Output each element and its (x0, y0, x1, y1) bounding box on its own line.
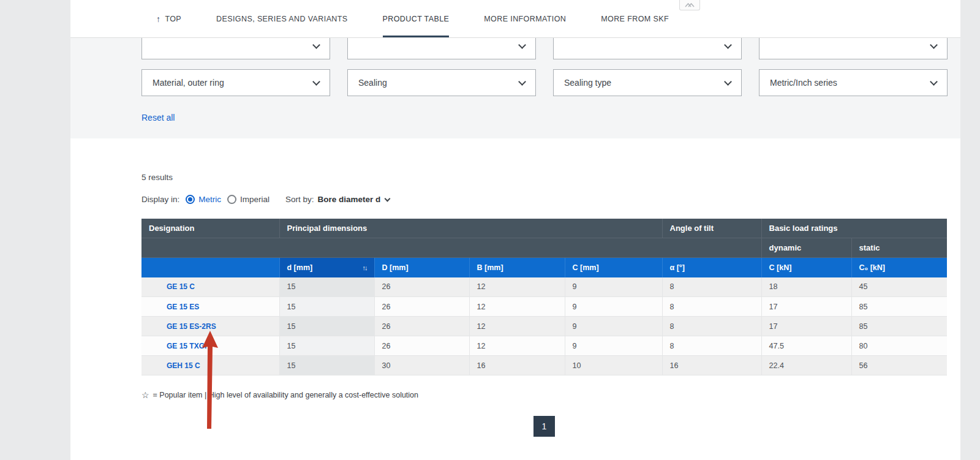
section-results: 5 results Display in: Metric Imperial So… (70, 138, 960, 460)
cell: 9 (565, 317, 662, 336)
cell: 12 (469, 297, 565, 317)
section-nav: ↑ TOP DESIGNS, SERIES AND VARIANTS PRODU… (70, 0, 960, 38)
cell: 8 (662, 277, 761, 297)
column-label: d [mm] (287, 263, 313, 272)
table-group-header-row: Designation Principal dimensions Angle o… (141, 219, 947, 238)
cell: 15 (279, 297, 374, 317)
filter-dropdown-clipped-1[interactable] (141, 38, 330, 59)
pagination-page-1[interactable]: 1 (533, 416, 555, 437)
footnote-text: = Popular item | High level of availabil… (153, 391, 418, 399)
cell: 9 (565, 277, 662, 297)
tab-more-from-skf[interactable]: MORE FROM SKF (601, 0, 669, 37)
chevron-down-icon (724, 78, 732, 86)
subheader-empty (141, 238, 761, 258)
cell: 12 (469, 336, 565, 356)
table-row: GE 15 ES-2RS 15 26 12 9 8 17 85 (141, 317, 947, 336)
cell: 15 (279, 317, 374, 336)
tab-top-label: TOP (165, 15, 181, 23)
filter-dropdown-clipped-2[interactable] (347, 38, 536, 59)
designation-link[interactable]: GE 15 C (167, 282, 195, 291)
filter-dropdown-sealing[interactable]: Sealing (347, 69, 536, 96)
cell: 45 (851, 277, 947, 297)
tab-designs-series-variants[interactable]: DESIGNS, SERIES AND VARIANTS (216, 0, 348, 37)
table-row: GE 15 ES 15 26 12 9 8 17 85 (141, 297, 947, 317)
chevron-down-icon (518, 41, 526, 49)
chevron-down-icon (930, 78, 938, 86)
chevron-down-icon (930, 41, 938, 49)
reset-all-link[interactable]: Reset all (141, 113, 175, 123)
cell: 10 (565, 356, 662, 375)
chevron-down-icon (312, 78, 320, 86)
radio-metric-label[interactable]: Metric (198, 195, 221, 204)
column-header-alpha[interactable]: α [°] (662, 258, 761, 277)
sort-by-value[interactable]: Bore diameter d (318, 195, 381, 204)
column-header-B[interactable]: B [mm] (469, 258, 565, 277)
cell: 15 (279, 356, 374, 375)
cell: 18 (761, 277, 851, 297)
cell: 26 (374, 297, 469, 317)
cell: 8 (662, 317, 761, 336)
cell-designation: GE 15 C (141, 277, 279, 297)
double-chevron-icon (684, 2, 695, 8)
tab-top[interactable]: ↑ TOP (156, 0, 181, 37)
cell: 26 (374, 336, 469, 356)
header-designation: Designation (141, 219, 279, 238)
tab-label: DESIGNS, SERIES AND VARIANTS (216, 15, 348, 23)
cell: 15 (279, 336, 374, 356)
chevron-down-icon[interactable] (385, 196, 391, 202)
header-basic-load-ratings: Basic load ratings (761, 219, 947, 238)
table-subheader-row: dynamic static (141, 238, 947, 258)
column-header-C0-kN[interactable]: C₀ [kN] (851, 258, 947, 277)
filter-label: Sealing type (564, 78, 611, 88)
designation-link[interactable]: GE 15 TXGR (167, 342, 210, 350)
display-options-row: Display in: Metric Imperial Sort by: Bor… (141, 195, 960, 204)
filter-label: Material, outer ring (153, 78, 224, 88)
cell-designation: GEH 15 C (141, 356, 279, 375)
designation-link[interactable]: GEH 15 C (167, 361, 200, 370)
star-icon: ☆ (141, 390, 149, 400)
cell: 16 (662, 356, 761, 375)
cell: 56 (851, 356, 947, 375)
cell: 17 (761, 297, 851, 317)
designation-link[interactable]: GE 15 ES (167, 303, 199, 311)
table-column-header-row: d [mm] ↑↓ D [mm] B [mm] C [mm] α [°] C [… (141, 258, 947, 277)
radio-imperial[interactable] (227, 195, 236, 204)
filter-dropdown-metric-inch-series[interactable]: Metric/Inch series (759, 69, 948, 96)
filter-row-clipped (141, 38, 960, 59)
filter-dropdown-clipped-3[interactable] (553, 38, 742, 59)
subheader-dynamic: dynamic (761, 238, 851, 258)
cell: 26 (374, 277, 469, 297)
designation-link[interactable]: GE 15 ES-2RS (167, 322, 216, 331)
column-header-empty (141, 258, 279, 277)
cell: 15 (279, 277, 374, 297)
filter-label: Sealing (358, 78, 387, 88)
column-header-C-kN[interactable]: C [kN] (761, 258, 851, 277)
header-principal-dimensions: Principal dimensions (279, 219, 662, 238)
tab-product-table[interactable]: PRODUCT TABLE (383, 0, 450, 37)
section-filters: Material, outer ring Sealing Sealing typ… (70, 38, 960, 138)
cell: 8 (662, 336, 761, 356)
display-in-label: Display in: (141, 195, 179, 204)
filter-dropdown-material-outer-ring[interactable]: Material, outer ring (141, 69, 330, 96)
sort-by-label: Sort by: (285, 195, 314, 204)
radio-metric[interactable] (186, 195, 195, 204)
sort-arrows-icon[interactable]: ↑↓ (363, 264, 367, 271)
column-header-D[interactable]: D [mm] (374, 258, 469, 277)
chevron-down-icon (518, 78, 526, 86)
collapse-nav-button[interactable] (679, 0, 700, 10)
cell: 12 (469, 317, 565, 336)
cell: 85 (851, 317, 947, 336)
cell: 26 (374, 317, 469, 336)
cell: 22.4 (761, 356, 851, 375)
arrow-up-icon: ↑ (156, 14, 160, 24)
column-header-C[interactable]: C [mm] (565, 258, 662, 277)
cell-designation: GE 15 TXGR (141, 336, 279, 356)
table-row: GE 15 C 15 26 12 9 8 18 45 (141, 277, 947, 297)
tab-more-information[interactable]: MORE INFORMATION (484, 0, 566, 37)
column-header-d[interactable]: d [mm] ↑↓ (279, 258, 374, 277)
filter-dropdown-clipped-4[interactable] (759, 38, 948, 59)
filter-dropdown-sealing-type[interactable]: Sealing type (553, 69, 742, 96)
product-table: Designation Principal dimensions Angle o… (141, 219, 947, 375)
radio-imperial-label[interactable]: Imperial (240, 195, 270, 204)
tab-label: MORE FROM SKF (601, 15, 669, 23)
